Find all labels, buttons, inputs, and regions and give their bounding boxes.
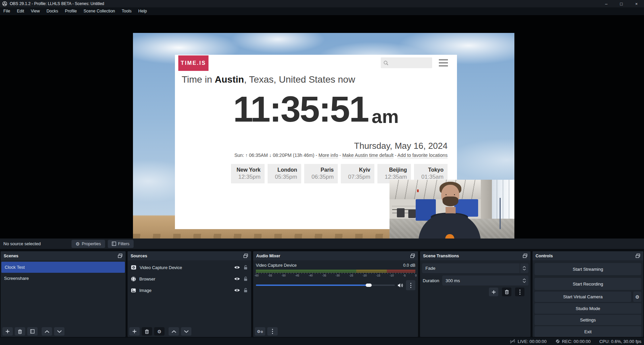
cpu-fps-stats: CPU: 0.6%, 30.00 fps	[599, 339, 641, 344]
menu-docks[interactable]: Docks	[43, 7, 62, 15]
preview-area: TIME.IS Time in Austin, Texas, United St…	[0, 15, 644, 239]
transition-select[interactable]: Fade	[422, 263, 528, 273]
source-label: Video Capture Device	[140, 265, 231, 270]
audio-mixer-panel-title: Audio Mixer	[256, 254, 280, 258]
volume-slider-handle[interactable]	[366, 284, 372, 287]
source-row-image[interactable]: Image	[128, 285, 251, 296]
start-recording-button[interactable]: Start Recording	[535, 278, 641, 290]
maximize-button[interactable]: □	[614, 0, 629, 7]
rec-timecode: REC: 00:00:00	[562, 339, 591, 344]
scene-transitions-panel: Scene Transitions Fade Duration 300 ms	[420, 251, 531, 337]
eye-icon[interactable]	[234, 277, 240, 281]
kebab-menu-icon	[519, 290, 520, 295]
trash-icon	[18, 329, 22, 334]
move-source-up-button[interactable]	[169, 327, 179, 336]
remove-source-button[interactable]	[142, 327, 152, 336]
chevron-down-icon	[57, 330, 62, 333]
source-row-browser[interactable]: Browser	[128, 273, 251, 285]
lock-icon[interactable]	[243, 288, 248, 293]
advanced-audio-button[interactable]: ⚙⚙	[255, 327, 265, 336]
scene-canvas[interactable]: TIME.IS Time in Austin, Texas, United St…	[133, 33, 514, 245]
globe-icon	[131, 276, 136, 282]
city-card: Kyiv 07:35pm	[341, 164, 374, 183]
properties-label: Properties	[82, 242, 101, 246]
city-time: 06:35pm	[308, 173, 334, 181]
move-scene-down-button[interactable]	[54, 327, 64, 336]
make-default-link: Make Austin time default	[342, 153, 394, 158]
trash-icon	[505, 290, 509, 294]
volume-slider[interactable]	[256, 285, 395, 286]
sources-panel-title: Sources	[131, 254, 147, 258]
heading-city: Austin	[215, 74, 244, 85]
minimize-button[interactable]: –	[599, 0, 614, 7]
menu-tools[interactable]: Tools	[119, 7, 135, 15]
eye-icon[interactable]	[234, 288, 240, 292]
duration-spinbox[interactable]: 300 ms	[442, 275, 528, 286]
eye-icon[interactable]	[234, 265, 240, 269]
exit-button[interactable]: Exit	[535, 326, 641, 337]
start-virtual-camera-button[interactable]: Start Virtual Camera	[535, 292, 631, 302]
time-meridiem: am	[372, 107, 399, 126]
mixer-menu-button[interactable]	[267, 327, 278, 336]
menu-help[interactable]: Help	[135, 7, 150, 15]
virtual-camera-settings-button[interactable]: ⚙	[633, 292, 641, 302]
scene-item-clock-test[interactable]: Clock Test	[1, 262, 125, 273]
filters-icon	[112, 242, 116, 246]
transition-select-spinner[interactable]	[520, 263, 528, 273]
remove-transition-button[interactable]	[502, 288, 511, 296]
chevron-up-icon	[523, 278, 526, 280]
add-transition-button[interactable]	[489, 288, 498, 296]
source-properties-button[interactable]: ⚙	[154, 327, 165, 336]
move-scene-up-button[interactable]	[42, 327, 52, 336]
lock-icon[interactable]	[243, 265, 248, 270]
duration-spinner[interactable]	[520, 275, 528, 286]
menu-edit[interactable]: Edit	[13, 7, 28, 15]
scenes-panel-title: Scenes	[4, 254, 18, 258]
double-gear-icon: ⚙⚙	[257, 330, 263, 334]
menu-file[interactable]: File	[0, 7, 13, 15]
audio-mixer-panel: Audio Mixer Video Capture Device 0.0 dB …	[253, 251, 418, 337]
duration-label: Duration	[423, 278, 439, 283]
settings-button[interactable]: Settings	[535, 315, 641, 325]
popout-icon[interactable]	[523, 254, 527, 258]
transition-selected-value: Fade	[422, 266, 520, 271]
city-card: London 05:35pm	[268, 164, 301, 183]
lock-icon[interactable]	[243, 276, 248, 281]
popout-icon[interactable]	[243, 254, 248, 258]
menu-view[interactable]: View	[28, 7, 43, 15]
hamburger-menu-icon	[439, 59, 448, 67]
status-bar: LIVE: 00:00:00 REC: 00:00:00 CPU: 0.6%, …	[0, 338, 644, 345]
gear-icon: ⚙	[635, 295, 640, 299]
popout-icon[interactable]	[410, 254, 415, 258]
remove-scene-button[interactable]	[15, 327, 25, 336]
city-name: New York	[235, 167, 261, 173]
plus-icon	[5, 329, 10, 334]
source-row-video-capture[interactable]: Video Capture Device	[128, 262, 251, 273]
scene-item-screenshare[interactable]: Screenshare	[1, 273, 126, 284]
start-streaming-button[interactable]: Start Streaming	[535, 263, 641, 275]
heading-suffix: , Texas, United States now	[244, 74, 355, 85]
properties-button[interactable]: ⚙ Properties	[72, 240, 105, 248]
studio-mode-button[interactable]: Studio Mode	[535, 303, 641, 314]
menu-profile[interactable]: Profile	[61, 7, 80, 15]
add-scene-button[interactable]	[2, 327, 13, 336]
close-button[interactable]: ×	[629, 0, 644, 7]
mixer-channel-name: Video Capture Device	[256, 263, 296, 268]
search-icon	[383, 60, 388, 66]
move-source-down-button[interactable]	[181, 327, 191, 336]
sun-separator: -	[394, 153, 398, 158]
menu-scene-collection[interactable]: Scene Collection	[80, 7, 119, 15]
add-source-button[interactable]	[129, 327, 140, 336]
stream-inactive-icon	[509, 339, 516, 344]
popout-icon[interactable]	[636, 254, 640, 258]
video-capture-source	[389, 180, 514, 245]
meter-tick-labels: -60-55 -50-45 -40-35 -30-25 -20-15 -10-5…	[255, 274, 417, 277]
popout-icon[interactable]	[118, 254, 123, 258]
scene-filters-button[interactable]	[27, 327, 38, 336]
filters-button[interactable]: Filters	[108, 240, 134, 248]
current-date: Thursday, May 16, 2024	[354, 141, 448, 151]
speaker-icon[interactable]	[398, 283, 403, 288]
mixer-channel-menu-button[interactable]	[406, 280, 415, 290]
transition-properties-button[interactable]	[515, 288, 524, 296]
title-bar: OBS 29.1.2 - Profile: LLHLS BETA - Scene…	[0, 0, 644, 7]
